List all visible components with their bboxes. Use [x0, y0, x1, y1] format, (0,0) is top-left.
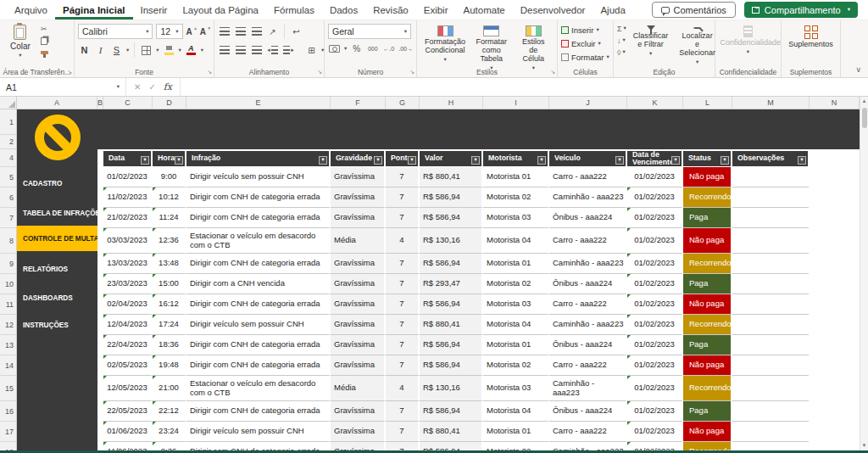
cell-vencimento[interactable]: 01/02/2023 [627, 274, 683, 294]
menu-tab-ajuda[interactable]: Ajuda [593, 0, 632, 20]
cell-motorista[interactable]: Motorista 01 [483, 254, 549, 274]
cell-hora[interactable]: 0:36 [153, 442, 186, 450]
menu-tab-p-gina-inicial[interactable]: Página Inicial [55, 0, 133, 20]
cell-gravidade[interactable]: Gravíssima [331, 355, 386, 376]
cell-observacoes[interactable] [732, 422, 810, 442]
cell-pontos[interactable]: 7 [386, 254, 420, 274]
copy-button[interactable] [41, 36, 48, 45]
name-box[interactable]: A1 ▾ [0, 78, 125, 96]
dialog-launcher-icon[interactable]: ↘ [207, 69, 212, 76]
sidebar-item-controle-de-multas[interactable]: CONTROLE DE MULTAS [17, 226, 97, 251]
orientation-button[interactable]: ↗ [266, 25, 279, 38]
status-badge[interactable]: Recorrendo [683, 187, 732, 208]
decrease-decimal-button[interactable]: .00→ [398, 42, 413, 55]
cell-infracao[interactable]: Dirigir com CNH de categoria errada [186, 335, 331, 355]
row-header-16[interactable]: 16 [0, 401, 16, 422]
cell-veiculo[interactable]: Carro - aaa222 [549, 228, 627, 254]
row-header-2[interactable]: 2 [0, 135, 16, 149]
cell-motorista[interactable]: Motorista 03 [483, 208, 549, 228]
menu-tab-f-rmulas[interactable]: Fórmulas [266, 0, 322, 20]
cell-vencimento[interactable]: 01/02/2023 [627, 294, 683, 315]
cell-vencimento[interactable]: 01/02/2023 [627, 335, 683, 355]
cell-infracao[interactable]: Dirigir com CNH de categoria errada [186, 187, 331, 208]
collapse-ribbon-icon[interactable]: ∨ [855, 65, 861, 74]
merge-center-button[interactable]: ⊞ [305, 44, 318, 57]
decrease-indent-button[interactable]: ◂ [266, 44, 279, 57]
dialog-launcher-icon[interactable]: ↘ [409, 69, 415, 76]
cell-infracao[interactable]: Dirigir com CNH de categoria errada [186, 401, 331, 422]
row-header-5[interactable]: 5 [0, 167, 16, 187]
cell-hora[interactable]: 16:12 [153, 294, 186, 315]
cell-data[interactable]: 12/05/2023 [103, 376, 153, 401]
cell-vencimento[interactable]: 01/02/2023 [627, 167, 683, 187]
cell-infracao[interactable]: Dirigir com CNH de categoria errada [186, 208, 331, 228]
increase-indent-button[interactable]: ▸ [282, 44, 295, 57]
menu-tab-revis-o[interactable]: Revisão [365, 0, 416, 20]
status-badge[interactable]: Recorrendo [683, 315, 732, 335]
cell-valor[interactable]: R$ 586,94 [420, 187, 483, 208]
cell-observacoes[interactable] [732, 442, 810, 450]
cell-pontos[interactable]: 4 [386, 228, 420, 254]
cell-observacoes[interactable] [732, 208, 810, 228]
status-badge[interactable]: Não paga [683, 167, 732, 187]
cell-valor[interactable]: R$ 130,16 [420, 376, 483, 401]
cell-infracao[interactable]: Dirigir com a CNH vencida [186, 274, 331, 294]
cell-pontos[interactable]: 7 [386, 442, 420, 450]
addins-button[interactable]: Suplementos [785, 24, 837, 66]
fill-color-button[interactable] [163, 44, 175, 57]
align-bottom-button[interactable] [250, 25, 263, 38]
underline-button[interactable]: S [110, 44, 123, 57]
format-cells-button[interactable]: Formatar ▾ [561, 51, 609, 63]
cell-vencimento[interactable]: 01/02/2023 [627, 228, 683, 254]
align-middle-button[interactable] [234, 25, 247, 38]
status-badge[interactable]: Não paga [683, 294, 732, 315]
cell-observacoes[interactable] [732, 376, 810, 401]
menu-tab-layout-da-p-gina[interactable]: Layout da Página [175, 0, 266, 20]
cell-motorista[interactable]: Motorista 04 [483, 228, 549, 254]
cell-pontos[interactable]: 7 [386, 274, 420, 294]
column-header-B[interactable]: B [97, 97, 103, 109]
cell-valor[interactable]: R$ 880,41 [420, 315, 483, 335]
sensitivity-button[interactable]: Confidencialidade ▾ [719, 24, 777, 66]
cell-observacoes[interactable] [732, 274, 810, 294]
cell-valor[interactable]: R$ 293,47 [420, 274, 483, 294]
cell-motorista[interactable]: Motorista 03 [483, 376, 549, 401]
cell-gravidade[interactable]: Média [331, 376, 386, 401]
cell-vencimento[interactable]: 01/02/2023 [627, 422, 683, 442]
number-format-select[interactable]: Geral ▾ [328, 24, 411, 39]
cell-gravidade[interactable]: Gravíssima [331, 442, 386, 450]
sidebar-item-relat-rios[interactable]: RELATÓRIOS [17, 260, 97, 278]
cell-observacoes[interactable] [732, 228, 810, 254]
cell-hora[interactable]: 15:00 [153, 274, 186, 294]
row-header-4[interactable]: 4 [0, 149, 16, 167]
dialog-launcher-icon[interactable]: ↘ [317, 69, 322, 76]
cell-valor[interactable]: R$ 586,94 [420, 335, 483, 355]
align-top-button[interactable] [218, 25, 231, 38]
cell-hora[interactable]: 18:36 [153, 335, 186, 355]
cell-veiculo[interactable]: Ônibus - aaa224 [549, 401, 627, 422]
cell-gravidade[interactable]: Gravíssima [331, 254, 386, 274]
cell-infracao[interactable]: Dirigir veículo sem possuir CNH [186, 422, 331, 442]
sidebar-item-tabela-de-infra-es[interactable]: TABELA DE INFRAÇÕES [17, 204, 97, 222]
cut-button[interactable]: ✂ [41, 24, 48, 33]
cell-motorista[interactable]: Motorista 02 [483, 355, 549, 376]
cell-gravidade[interactable]: Gravíssima [331, 315, 386, 335]
status-badge[interactable]: Paga [683, 401, 732, 422]
cell-infracao[interactable]: Dirigir com CNH de categoria errada [186, 355, 331, 376]
cell-observacoes[interactable] [732, 335, 810, 355]
cell-observacoes[interactable] [732, 401, 810, 422]
increase-decimal-button[interactable]: ←.0 [382, 42, 395, 55]
status-badge[interactable]: Não paga [683, 422, 732, 442]
row-header-12[interactable]: 12 [0, 315, 16, 335]
row-header-13[interactable]: 13 [0, 335, 16, 355]
status-badge[interactable]: Recorrendo [683, 442, 732, 450]
cell-pontos[interactable]: 7 [386, 315, 420, 335]
cell-data[interactable]: 02/05/2023 [103, 355, 153, 376]
column-header-I[interactable]: I [483, 97, 549, 109]
cell-gravidade[interactable]: Gravíssima [331, 294, 386, 315]
cell-observacoes[interactable] [732, 187, 810, 208]
filter-dropdown-icon[interactable]: ▼ [319, 156, 327, 165]
cell-vencimento[interactable]: 01/02/2023 [627, 401, 683, 422]
cell-data[interactable]: 12/04/2023 [103, 315, 153, 335]
cell-valor[interactable]: R$ 130,16 [420, 228, 483, 254]
